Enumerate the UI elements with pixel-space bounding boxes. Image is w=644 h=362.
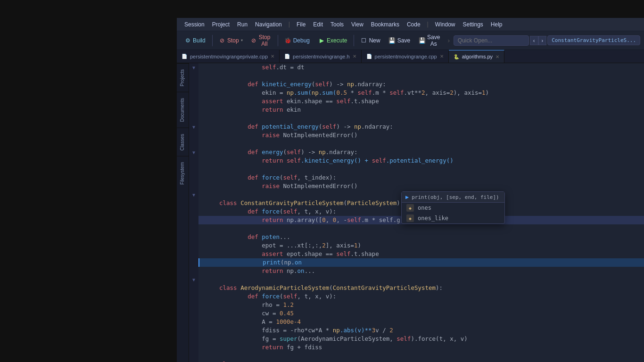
tab-cpp-private[interactable]: 📄 persistentmovingrangeprivate.cpp ✕ — [177, 50, 280, 63]
code-line: def kinetic_energy(self) -> np.ndarray: — [198, 80, 644, 89]
tab-close-cpp-private[interactable]: ✕ — [271, 54, 274, 59]
execute-button[interactable]: ▶ Execute — [314, 35, 351, 46]
fold-25 — [189, 267, 198, 275]
code-line: A = 1000e-4 — [198, 318, 644, 326]
autocomplete-label-ones-like: ones_like — [418, 215, 448, 222]
panel-filesystem[interactable]: Filesystem — [177, 156, 189, 190]
menu-tools[interactable]: Tools — [327, 20, 347, 29]
menu-edit[interactable]: Edit — [309, 20, 327, 29]
code-line: fg = super(AerodynamicParticleSystem, se… — [198, 335, 644, 343]
h-file-icon: 📄 — [284, 54, 290, 59]
debug-icon: 🐞 — [285, 37, 291, 44]
code-line: def energy(self) -> np.ndarray: — [198, 148, 644, 156]
save-as-icon: 💾 — [419, 37, 425, 44]
fold-11[interactable]: ▼ — [189, 148, 198, 156]
code-line: def potential_energy(self) -> np.ndarray… — [198, 123, 644, 131]
menu-code[interactable]: Code — [403, 20, 424, 29]
stop-all-button[interactable]: ⊘ Stop All — [248, 32, 275, 49]
code-line: assert ekin.shape == self.t.shape — [198, 97, 644, 106]
new-button[interactable]: ☐ New — [357, 35, 384, 46]
fold-20 — [189, 224, 198, 233]
autocomplete-popup: ▶ print(obj, [sep, end, file]) ◈ ones ◈ … — [401, 191, 505, 224]
fold-27 — [189, 284, 198, 292]
code-line: def poten... — [198, 233, 644, 241]
save-as-button[interactable]: 💾 Save As — [415, 32, 444, 49]
main-area: Projects Documents Classes Filesystem ▼ … — [177, 63, 644, 362]
save-icon: 💾 — [389, 37, 396, 44]
menu-project[interactable]: Project — [208, 20, 233, 29]
fold-3 — [189, 80, 198, 89]
nav-forward-button[interactable]: › — [538, 36, 547, 45]
ones-like-type-icon: ◈ — [406, 214, 414, 222]
fold-26[interactable]: ▼ — [189, 275, 198, 284]
toolbar-more[interactable]: › — [445, 37, 452, 44]
menu-run[interactable]: Run — [233, 20, 251, 29]
tab-close-h[interactable]: ✕ — [353, 54, 356, 59]
tab-close-cpp[interactable]: ✕ — [440, 54, 444, 59]
menu-bookmarks[interactable]: Bookmarks — [367, 20, 403, 29]
code-line: cw = 0.45 — [198, 309, 644, 318]
code-line: class NewtonPropagator: — [198, 360, 644, 362]
fold-19 — [189, 216, 198, 224]
code-editor[interactable]: self.dt = dt def kinetic_energy(self) ->… — [198, 63, 644, 362]
fold-2 — [189, 72, 198, 80]
code-line: ekin = np.sum(np.sum(0.5 * self.m * self… — [198, 89, 644, 97]
panel-classes[interactable]: Classes — [177, 128, 189, 156]
code-line: assert epot.shape == self.t.shape — [198, 250, 644, 258]
toolbar: ⚙ Build ⊘ Stop ▾ ⊘ Stop All 🐞 Debug ▶ Ex… — [177, 31, 644, 50]
tab-py[interactable]: 🐍 algorithms.py ✕ — [449, 50, 504, 63]
menu-window[interactable]: Window — [431, 20, 459, 29]
autocomplete-header: ▶ print(obj, [sep, end, file]) — [402, 192, 504, 203]
fold-12 — [189, 156, 198, 165]
tab-bar: 📄 persistentmovingrangeprivate.cpp ✕ 📄 p… — [177, 50, 644, 63]
tab-label-cpp: persistentmovingrange.cpp — [375, 54, 437, 59]
menu-view[interactable]: View — [347, 20, 367, 29]
panel-projects[interactable]: Projects — [177, 63, 189, 92]
autocomplete-fn-icon: ▶ — [405, 194, 409, 200]
code-line: return np.on... — [198, 267, 644, 275]
menu-navigation[interactable]: Navigation — [251, 20, 286, 29]
fold-5 — [189, 97, 198, 106]
nav-back-button[interactable]: ‹ — [530, 36, 538, 45]
fold-16[interactable]: ▼ — [189, 190, 198, 199]
stop-dropdown-arrow[interactable]: ▾ — [241, 38, 243, 42]
py-file-icon: 🐍 — [454, 54, 459, 59]
fold-1[interactable]: ▼ — [189, 63, 198, 72]
ones-type-icon: ◈ — [406, 204, 414, 212]
quick-open-input[interactable] — [454, 35, 529, 46]
menu-settings[interactable]: Settings — [459, 20, 487, 29]
menu-help[interactable]: Help — [487, 20, 506, 29]
tab-close-py[interactable]: ✕ — [495, 54, 499, 59]
menu-bar: Session Project Run Navigation | File Ed… — [177, 18, 644, 31]
code-line — [198, 165, 644, 173]
new-icon: ☐ — [361, 37, 367, 44]
tab-h[interactable]: 📄 persistentmovingrange.h ✕ — [280, 50, 361, 63]
code-line: def force(self, t_index): — [198, 173, 644, 182]
fold-8[interactable]: ▼ — [189, 123, 198, 131]
fold-15 — [189, 182, 198, 190]
autocomplete-item-ones[interactable]: ◈ ones — [402, 203, 504, 213]
code-line — [198, 114, 644, 123]
debug-button[interactable]: 🐞 Debug — [281, 35, 314, 46]
menu-session[interactable]: Session — [181, 20, 208, 29]
fold-6 — [189, 106, 198, 114]
menu-file[interactable]: File — [293, 20, 309, 29]
build-button[interactable]: ⚙ Build — [181, 35, 209, 46]
gutter-area: ▼ ▼ ▼ ▼ ▼ — [189, 63, 198, 362]
nav-arrows: ‹ › — [530, 36, 546, 45]
fold-23 — [189, 250, 198, 258]
stop-icon: ⊘ — [219, 37, 225, 44]
code-line: def force(self, t, x, v): — [198, 292, 644, 301]
autocomplete-item-ones-like[interactable]: ◈ ones_like — [402, 213, 504, 223]
code-line: epot = ...xt[:,:,2], axis=1) — [198, 241, 644, 250]
tab-label-cpp-private: persistentmovingrangeprivate.cpp — [190, 54, 268, 59]
save-button[interactable]: 💾 Save — [385, 35, 414, 46]
menu-sep-2: | — [424, 21, 431, 28]
code-line: return ekin — [198, 106, 644, 114]
menu-sep-1: | — [286, 21, 293, 28]
execute-icon: ▶ — [318, 37, 325, 44]
panel-documents[interactable]: Documents — [177, 92, 189, 128]
tab-cpp[interactable]: 📄 persistentmovingrange.cpp ✕ — [362, 50, 449, 63]
code-line — [198, 224, 644, 233]
stop-button[interactable]: ⊘ Stop ▾ — [215, 35, 247, 46]
